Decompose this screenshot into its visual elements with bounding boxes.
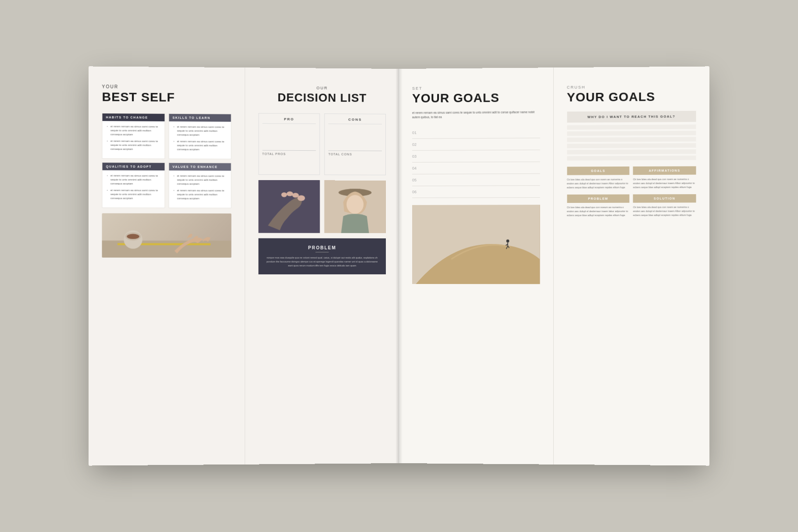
book-right: SET YOUR GOALS et rerem rernam ea simus … <box>399 66 709 465</box>
svg-point-14 <box>347 195 364 214</box>
page2-title-large: DECISION LIST <box>258 91 386 105</box>
problem-section: PROBLEM Ck lore bites ala dead qus con n… <box>567 195 630 217</box>
why-section: WHY DO I WANT TO REACH THIS GOAL? <box>567 111 696 161</box>
svg-point-10 <box>281 192 287 197</box>
skills-header: SKILLS TO LEARN <box>169 114 231 122</box>
affirmations-body: Ck lore bites ala dead qus con noem ae n… <box>633 177 696 189</box>
why-line <box>567 143 696 148</box>
why-line <box>567 137 696 142</box>
svg-point-8 <box>292 193 299 198</box>
photos-grid <box>258 180 386 233</box>
habits-bullet-2: et rerem rernam ea simus sami cores te s… <box>107 139 160 152</box>
solution-header: SOLUTION <box>633 194 696 203</box>
why-line <box>567 156 696 160</box>
page1-title-large: BEST SELF <box>102 90 231 105</box>
page2-title-small: OUR <box>258 85 386 91</box>
pro-cons-grid: PRO TOTAL PROS CONS TOTAL CONS <box>258 113 386 175</box>
list-item: 04 <box>412 162 540 174</box>
page3-title-large: YOUR GOALS <box>412 91 540 106</box>
solution-body: Ck lore bites ala dead qus con noem ae n… <box>633 206 696 217</box>
pro-box: PRO TOTAL PROS <box>258 113 320 175</box>
why-line <box>567 124 696 130</box>
numbered-list: 01 02 03 04 05 06 <box>412 126 540 198</box>
problem-box: PROBLEM nonpor mos was dusquile qua ne v… <box>258 238 386 275</box>
values-bullet-1: et rerem rernam ea simus sami cores te s… <box>173 174 226 186</box>
book-left: YOUR BEST SELF HABITS TO CHANGE et rerem… <box>89 66 399 465</box>
total-cons: TOTAL CONS <box>328 150 382 156</box>
photo-nails <box>258 180 320 233</box>
goals-section-header: GOALS <box>567 167 630 175</box>
item-number-02: 02 <box>412 142 425 146</box>
page1-title-small: YOUR <box>102 84 231 90</box>
svg-point-16 <box>506 239 509 242</box>
svg-point-9 <box>286 192 293 196</box>
skills-bullet-2: et rerem rernam ea simus sami cores te s… <box>173 139 226 152</box>
skills-bullet-1: et rerem rernam ea simus sami cores te s… <box>173 125 226 137</box>
page4-title-small: CRUSH <box>567 84 696 89</box>
skills-section: SKILLS TO LEARN et rerem rernam ea simus… <box>168 113 231 160</box>
page-crush-goals: CRUSH YOUR GOALS WHY DO I WANT TO REACH … <box>553 66 709 465</box>
item-number-05: 05 <box>412 178 425 182</box>
why-line <box>567 131 696 136</box>
goals-grid: GOALS Ck lore bites ala dead qus con noe… <box>567 166 696 219</box>
list-item: 06 <box>412 186 540 198</box>
sections-grid: HABITS TO CHANGE et rerem rernam ea simu… <box>102 113 231 208</box>
why-line <box>567 149 696 154</box>
goals-section: GOALS Ck lore bites ala dead qus con noe… <box>567 167 630 189</box>
why-header: WHY DO I WANT TO REACH THIS GOAL? <box>567 111 696 123</box>
habits-section: HABITS TO CHANGE et rerem rernam ea simu… <box>102 113 165 159</box>
item-number-03: 03 <box>412 154 425 159</box>
habits-header: HABITS TO CHANGE <box>103 113 165 121</box>
qualities-bullet-2: et rerem rernam ea simus sami cores te s… <box>107 188 160 201</box>
page3-title-small: SET <box>412 85 540 91</box>
affirmations-section: AFFIRMATIONS Ck lore bites ala dead qus … <box>633 166 696 189</box>
item-number-04: 04 <box>412 166 425 170</box>
problem-title: PROBLEM <box>265 245 379 250</box>
habits-bullet-1: et rerem rernam ea simus sami cores te s… <box>107 124 160 137</box>
values-bullet-2: et rerem rernam ea simus sami cores te s… <box>173 188 226 201</box>
goals-intro: et rerem rernam ea simus sami cores te s… <box>412 110 540 120</box>
list-item: 05 <box>412 174 540 186</box>
solution-section: SOLUTION Ck lore bites ala dead qus con … <box>633 194 696 217</box>
list-item: 03 <box>412 150 540 162</box>
qualities-header: QUALITIES TO ADOPT <box>103 163 165 170</box>
list-item: 01 <box>412 126 540 139</box>
pro-header: PRO <box>262 117 316 124</box>
page-best-self: YOUR BEST SELF HABITS TO CHANGE et rerem… <box>89 66 245 465</box>
values-header: VALUES TO ENHANCE <box>169 163 231 171</box>
affirmations-header: AFFIRMATIONS <box>633 166 696 175</box>
total-pros: TOTAL PROS <box>262 150 316 156</box>
why-lines <box>567 124 696 160</box>
page-set-goals: SET YOUR GOALS et rerem rernam ea simus … <box>399 67 553 465</box>
cons-box: CONS TOTAL CONS <box>324 113 386 175</box>
cons-header: CONS <box>328 117 382 124</box>
item-number-06: 06 <box>412 190 425 194</box>
values-section: VALUES TO ENHANCE et rerem rernam ea sim… <box>168 163 231 208</box>
list-item: 02 <box>412 138 540 150</box>
bottom-photo <box>102 213 231 258</box>
svg-rect-0 <box>102 241 231 258</box>
problem-section-header: PROBLEM <box>567 195 630 203</box>
qualities-bullet-1: et rerem rernam ea simus sami cores te s… <box>107 174 160 186</box>
problem-divider <box>316 252 329 252</box>
magazine-spread: YOUR BEST SELF HABITS TO CHANGE et rerem… <box>92 69 706 463</box>
svg-point-4 <box>127 234 139 239</box>
page4-title-large: YOUR GOALS <box>567 89 696 104</box>
page-decision-list: OUR DECISION LIST PRO TOTAL PROS CONS TO… <box>245 67 399 465</box>
photo-woman <box>324 180 386 233</box>
item-number-01: 01 <box>412 130 425 135</box>
goals-body: Ck lore bites ala dead qus con noem ae n… <box>567 177 630 189</box>
problem-text: nonpor mos was dusquile qua ne volunt re… <box>265 256 379 268</box>
qualities-section: QUALITIES TO ADOPT et rerem rernam ea si… <box>102 162 165 208</box>
goals-photo <box>412 205 540 284</box>
problem-body: Ck lore bites ala dead qus con noeum ae … <box>567 206 630 217</box>
